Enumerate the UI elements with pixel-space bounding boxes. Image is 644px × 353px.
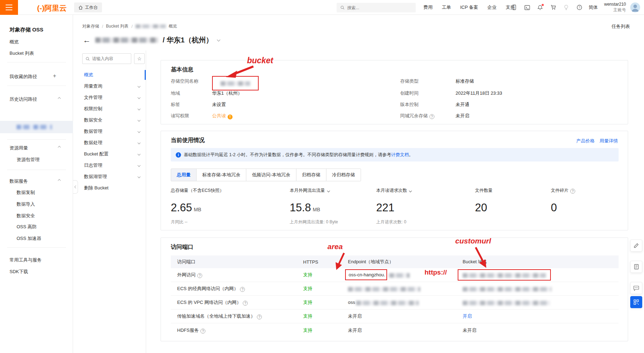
chevron-down-icon: [138, 175, 140, 178]
help-question-icon[interactable]: ?: [197, 273, 202, 278]
page-title: ← / 华东1（杭州）: [83, 35, 220, 45]
sidebar-item-favorite-paths[interactable]: 我收藏的路径: [10, 73, 37, 80]
chevron-down-icon: [138, 164, 140, 167]
chevron-down-icon: [138, 119, 140, 122]
label-created-time: 创建时间: [400, 90, 419, 96]
sidebar-item-oss-anti-ddos[interactable]: OSS 高防: [17, 224, 37, 230]
global-search-input[interactable]: [347, 5, 407, 10]
menu-item-data-processing[interactable]: 数据处理: [73, 137, 146, 148]
topbar-link-billing[interactable]: 费用: [423, 4, 433, 11]
sidebar-section-history[interactable]: 历史访问路径: [10, 96, 37, 102]
tab-standard-lrs[interactable]: 标准存储-本地冗余: [196, 169, 246, 181]
usage-detail-link[interactable]: 用量详情: [600, 138, 618, 144]
chevron-down-icon: [138, 153, 140, 155]
sidebar-section-resource-usage[interactable]: 资源用量: [10, 145, 28, 151]
menu-item-data-security[interactable]: 数据安全: [73, 114, 146, 126]
topbar-link-tickets[interactable]: 工单: [442, 4, 451, 11]
tab-ia-lrs[interactable]: 低频访问-本地冗余: [246, 169, 296, 181]
cloudshell-icon[interactable]: [524, 5, 530, 11]
tab-cold-archive[interactable]: 冷归档存储: [326, 169, 361, 181]
account-block[interactable]: wenstar210 主账号: [604, 1, 626, 13]
sidebar-collapse-handle[interactable]: [73, 180, 78, 194]
sidebar-item-data-import[interactable]: 数据导入: [17, 201, 35, 207]
breadcrumb-item-bucket-list[interactable]: Bucket 列表: [106, 23, 128, 29]
help-question-icon[interactable]: ?: [429, 114, 434, 119]
billing-doc-link[interactable]: 计费文档: [391, 152, 409, 157]
mobile-app-icon[interactable]: [511, 5, 517, 11]
stat-read-requests: 本月读请求次数 221 上月请求次数: 0: [376, 188, 411, 225]
add-favorite-path-icon[interactable]: +: [53, 73, 56, 79]
breadcrumb-separator: /: [102, 24, 103, 29]
chevron-down-icon[interactable]: [217, 38, 221, 41]
help-question-icon[interactable]: ?: [240, 287, 245, 292]
port-row-transfer-acceleration: 传输加速域名（全地域上传下载加速）? 支持 未开启 开启: [171, 310, 619, 323]
help-question-icon[interactable]: ?: [243, 301, 248, 306]
notifications-bell-icon[interactable]: [537, 5, 543, 11]
usage-card: 当前使用情况 产品价格 用量详情 i 基础数据统计平均延迟 1-2 小时。不作为…: [161, 131, 628, 230]
language-switch[interactable]: 简体: [589, 4, 598, 11]
stat-object-count: 文件数量 20: [475, 188, 493, 214]
sidebar-item-common-tools[interactable]: 常用工具与服务: [10, 257, 42, 263]
star-icon: ☆: [137, 56, 142, 61]
topbar-link-icp[interactable]: ICP 备案: [460, 4, 478, 11]
basic-info-title: 基本信息: [171, 66, 193, 73]
menu-item-file-management[interactable]: 文件管理: [73, 92, 146, 103]
sidebar-section-data-service[interactable]: 数据服务: [10, 178, 28, 184]
value-acl[interactable]: 公共读!: [212, 113, 233, 119]
menu-item-data-management[interactable]: 数据管理: [73, 126, 146, 137]
menu-item-data-lake[interactable]: 数据湖管理: [73, 171, 146, 182]
help-question-icon[interactable]: ?: [570, 189, 575, 194]
sidebar-item-oss-accelerator[interactable]: OSS 加速器: [17, 235, 41, 242]
help-question-icon[interactable]: ?: [257, 314, 262, 319]
help-icon[interactable]: ?: [576, 5, 582, 11]
sidebar-item-data-security[interactable]: 数据安全: [17, 213, 35, 219]
float-survey-button[interactable]: [630, 261, 642, 273]
avatar[interactable]: [630, 2, 640, 12]
menu-item-delete-bucket[interactable]: 删除 Bucket: [73, 182, 146, 194]
label-region: 地域: [171, 90, 180, 96]
float-miniapp-button[interactable]: [630, 296, 642, 308]
cart-icon[interactable]: [550, 5, 556, 11]
workbench-label: 工作台: [85, 5, 98, 11]
breadcrumb-separator: /: [131, 24, 132, 29]
chevron-down-icon[interactable]: [327, 189, 330, 192]
breadcrumb: 对象存储 / Bucket 列表 / 概览: [82, 23, 177, 29]
tab-archive[interactable]: 归档存储: [296, 169, 326, 181]
workbench-button[interactable]: 工作台: [74, 2, 102, 12]
annotation-https-label: https://: [425, 269, 447, 276]
sidebar-item-bucket-list[interactable]: Bucket 列表: [10, 50, 34, 57]
enable-acceleration-link[interactable]: 开启: [463, 313, 472, 319]
port-row-ecs-classic: ECS 的经典网络访问（内网）? 支持: [171, 282, 619, 296]
topbar-link-enterprise[interactable]: 企业: [487, 4, 496, 11]
favorite-star-button[interactable]: ☆: [134, 53, 145, 64]
aliyun-logo[interactable]: (-)阿里云: [37, 3, 67, 13]
back-arrow-icon[interactable]: ←: [83, 36, 91, 44]
chevron-down-icon[interactable]: [409, 189, 412, 192]
menu-item-log-management[interactable]: 日志管理: [73, 160, 146, 171]
breadcrumb-item-oss[interactable]: 对象存储: [82, 23, 99, 29]
divider: [7, 62, 66, 63]
sidebar-item-resource-packages[interactable]: 资源包管理: [17, 157, 40, 163]
annotation-red-box-endpoint: oss-cn-hangzhou.: [345, 269, 387, 280]
stat-total-storage: 总存储量（不含ECS快照） 2.65MB 月同比 --: [171, 188, 224, 225]
menu-search-input[interactable]: [92, 56, 127, 61]
menu-item-overview[interactable]: 概览: [73, 69, 146, 81]
sidebar-item-sdk-download[interactable]: SDK下载: [10, 269, 28, 275]
float-edit-button[interactable]: [630, 240, 642, 252]
menu-item-access-control[interactable]: 权限控制: [73, 103, 146, 114]
help-question-icon[interactable]: ?: [200, 329, 205, 334]
lightbulb-icon[interactable]: [563, 5, 569, 11]
label-versioning: 版本控制: [400, 101, 419, 108]
menu-item-bucket-config[interactable]: Bucket 配置: [73, 148, 146, 160]
task-list-link[interactable]: 任务列表: [612, 23, 630, 30]
tab-total-usage[interactable]: 总用量: [171, 169, 196, 181]
float-feedback-button[interactable]: [630, 282, 642, 294]
annotation-arrow-customurl: [469, 246, 494, 271]
product-price-link[interactable]: 产品价格: [576, 138, 595, 144]
logo-text: 阿里云: [44, 4, 67, 12]
menu-item-usage-query[interactable]: 用量查询: [73, 81, 146, 92]
hamburger-menu-icon[interactable]: [0, 0, 18, 15]
sidebar-item-overview[interactable]: 概览: [10, 39, 19, 45]
sidebar-history-active-item[interactable]: [0, 121, 73, 133]
sidebar-item-data-replication[interactable]: 数据复制: [17, 189, 35, 196]
